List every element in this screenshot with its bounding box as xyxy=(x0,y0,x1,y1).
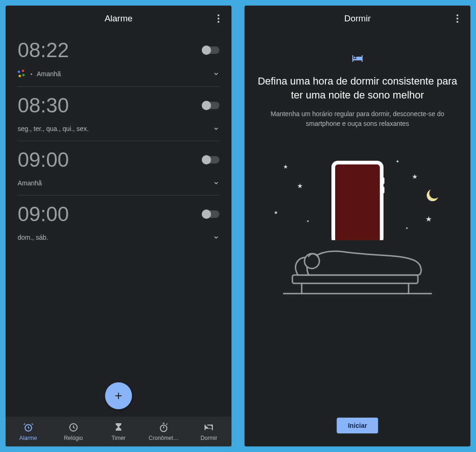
nav-label: Dormir xyxy=(200,435,217,441)
nav-label: Cronômet… xyxy=(149,435,179,441)
separator-dot xyxy=(31,73,32,75)
chevron-down-icon[interactable] xyxy=(213,234,219,241)
svg-point-3 xyxy=(205,426,207,427)
nav-item-alarm[interactable]: Alarme xyxy=(6,417,51,446)
svg-rect-8 xyxy=(362,55,363,62)
nav-item-bedtime[interactable]: Dormir xyxy=(186,417,231,446)
more-options-button[interactable] xyxy=(209,9,228,28)
bed-icon xyxy=(203,422,214,433)
alarm-time[interactable]: 08:22 xyxy=(18,40,69,60)
alarm-icon xyxy=(23,422,34,433)
chevron-down-icon[interactable] xyxy=(213,180,219,186)
alarm-toggle[interactable] xyxy=(203,102,219,109)
star-icon: ★ xyxy=(283,164,288,170)
header: Dormir xyxy=(245,6,470,32)
google-assistant-icon xyxy=(18,70,26,78)
bedtime-illustration: ★ ★ ★ ✦ ✦ ★ ★ ✦ xyxy=(269,159,446,298)
bottom-nav: Alarme Relógio Timer Cronômet… Dormir xyxy=(6,417,231,446)
moon-icon xyxy=(423,187,441,206)
nav-item-clock[interactable]: Relógio xyxy=(51,417,96,446)
svg-rect-11 xyxy=(383,177,384,184)
svg-rect-7 xyxy=(352,59,363,60)
star-icon: ✦ xyxy=(306,219,310,223)
alarm-time[interactable]: 09:00 xyxy=(18,150,69,170)
star-icon: ★ xyxy=(274,210,278,215)
alarm-label: dom., sáb. xyxy=(18,234,48,241)
nav-label: Alarme xyxy=(20,435,37,441)
star-icon: ✦ xyxy=(396,159,399,164)
chevron-down-icon[interactable] xyxy=(213,125,219,132)
star-icon: ★ xyxy=(297,182,303,190)
stopwatch-icon xyxy=(158,422,169,433)
bed-icon xyxy=(352,54,363,63)
alarm-time[interactable]: 08:30 xyxy=(18,95,69,116)
alarm-item[interactable]: 09:00 Amanhã xyxy=(18,141,219,196)
bedtime-heading: Defina uma hora de dormir consistente pa… xyxy=(254,74,461,102)
start-button[interactable]: Iniciar xyxy=(337,418,378,433)
svg-rect-4 xyxy=(352,55,353,62)
chevron-down-icon[interactable] xyxy=(213,71,219,77)
alarm-item[interactable]: 08:30 seg., ter., qua., qui., sex. xyxy=(18,87,219,141)
alarm-item[interactable]: 08:22 Amanhã xyxy=(18,32,219,87)
sleeping-person-icon xyxy=(283,229,432,298)
alarm-time[interactable]: 09:00 xyxy=(18,204,69,224)
alarm-label: seg., ter., qua., qui., sex. xyxy=(18,125,89,132)
bedtime-subheading: Mantenha um horário regular para dormir,… xyxy=(254,109,461,128)
alarm-list: 08:22 Amanhã 08:30 xyxy=(6,32,231,417)
more-vertical-icon xyxy=(218,14,219,16)
nav-item-timer[interactable]: Timer xyxy=(96,417,141,446)
star-icon: ★ xyxy=(412,173,418,180)
svg-rect-6 xyxy=(356,57,362,59)
header-title: Dormir xyxy=(344,13,371,24)
hourglass-icon xyxy=(113,422,124,433)
more-options-button[interactable] xyxy=(448,9,467,28)
nav-item-stopwatch[interactable]: Cronômet… xyxy=(141,417,186,446)
svg-rect-14 xyxy=(292,275,418,283)
more-vertical-icon xyxy=(456,14,458,16)
header: Alarme xyxy=(6,6,231,32)
bedtime-screen: Dormir Defina uma hora de dormir consist… xyxy=(245,6,470,446)
alarm-label: Amanhã xyxy=(18,179,42,187)
alarm-screen: Alarme 08:22 Amanhã xyxy=(6,6,231,446)
clock-icon xyxy=(68,422,79,433)
add-alarm-button[interactable]: + xyxy=(105,382,132,409)
nav-label: Timer xyxy=(112,435,126,441)
alarm-toggle[interactable] xyxy=(203,210,219,218)
svg-rect-12 xyxy=(383,187,384,193)
bedtime-content: Defina uma hora de dormir consistente pa… xyxy=(245,32,470,446)
header-title: Alarme xyxy=(105,13,132,24)
alarm-toggle[interactable] xyxy=(203,156,219,164)
alarm-toggle[interactable] xyxy=(203,46,219,54)
phone-illustration-icon xyxy=(330,159,385,240)
alarm-item[interactable]: 09:00 dom., sáb. xyxy=(18,196,219,249)
plus-icon: + xyxy=(115,388,122,403)
svg-point-5 xyxy=(354,57,356,59)
star-icon: ★ xyxy=(425,215,432,223)
alarm-label: Amanhã xyxy=(37,70,61,78)
nav-label: Relógio xyxy=(64,435,83,441)
